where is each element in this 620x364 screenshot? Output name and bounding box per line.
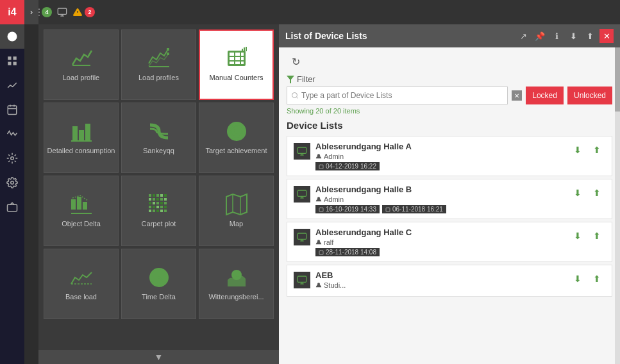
svg-rect-5 — [8, 106, 17, 115]
device-upload-icon-2[interactable]: ⬆ — [589, 228, 605, 244]
tile-sankeyqq[interactable]: Sankeyqq — [121, 103, 196, 173]
svg-rect-50 — [156, 194, 159, 197]
panel-close-button[interactable]: ✕ — [599, 29, 614, 43]
svg-rect-21 — [149, 66, 169, 67]
device-item-0[interactable]: Ableserundgang Halle A Admin 04-12-2019 … — [287, 136, 612, 176]
device-upload-icon-0[interactable]: ⬆ — [589, 142, 605, 158]
topbar-alert[interactable]: 2 — [72, 7, 95, 17]
svg-rect-48 — [149, 194, 151, 197]
date-badge-0-0: 04-12-2019 16:22 — [315, 162, 380, 170]
panel-scrollbar-thumb[interactable] — [615, 47, 620, 112]
search-box — [287, 87, 508, 104]
target-achievement-icon — [225, 120, 248, 143]
sidebar-item-3[interactable] — [0, 97, 24, 122]
tile-grid: Load profile Load profiles — [44, 29, 274, 319]
svg-rect-33 — [241, 62, 244, 64]
svg-rect-34 — [242, 49, 243, 51]
device-download-icon-1[interactable]: ⬇ — [569, 185, 586, 201]
svg-rect-61 — [160, 202, 163, 204]
panel-pin-icon[interactable]: 📌 — [533, 29, 547, 43]
svg-point-9 — [11, 157, 14, 160]
topbar-badge-3: 2 — [85, 7, 95, 17]
base-load-icon — [70, 266, 93, 289]
svg-point-0 — [8, 32, 17, 42]
tile-witterungsberei[interactable]: Witterungsberei... — [199, 249, 274, 319]
device-admin-3: Studi... — [315, 281, 564, 289]
device-upload-icon-3[interactable]: ⬆ — [589, 270, 605, 287]
svg-rect-63 — [149, 206, 151, 208]
svg-marker-73 — [226, 194, 247, 215]
panel-upload-icon[interactable]: ⬆ — [583, 29, 597, 43]
search-input[interactable] — [301, 91, 503, 100]
device-actions-3: ⬇ ⬆ — [569, 270, 605, 287]
scroll-down-button[interactable]: ▼ — [38, 350, 279, 364]
sidebar-item-7[interactable] — [0, 195, 24, 219]
device-name-2: Ableserundgang Halle C — [315, 228, 564, 237]
filter-row: Filter — [287, 74, 612, 84]
search-clear-button[interactable]: ✕ — [512, 90, 522, 101]
device-item-1[interactable]: Ableserundgang Halle B Admin 16-10-2019 … — [287, 179, 612, 219]
device-lists-title: Device Lists — [287, 120, 612, 131]
svg-rect-3 — [8, 62, 11, 65]
svg-rect-104 — [319, 251, 323, 254]
svg-rect-71 — [160, 210, 163, 212]
svg-rect-64 — [153, 206, 155, 208]
sidebar-item-5[interactable] — [0, 146, 24, 170]
svg-rect-60 — [156, 202, 159, 204]
tile-load-profiles[interactable]: Load profiles — [121, 29, 196, 100]
locked-button[interactable]: Locked — [526, 87, 564, 104]
device-name-0: Ableserundgang Halle A — [315, 142, 564, 151]
device-name-1: Ableserundgang Halle B — [315, 185, 564, 194]
tile-map[interactable]: Map — [199, 176, 274, 246]
svg-rect-39 — [85, 124, 90, 140]
app-logo[interactable]: i4 — [0, 0, 24, 24]
tile-time-delta[interactable]: Time Delta — [121, 249, 196, 319]
tile-target-achievement[interactable]: Target achievement — [199, 103, 274, 173]
sidebar-item-0[interactable] — [0, 24, 24, 49]
tile-base-load[interactable]: Base load — [44, 249, 119, 319]
device-upload-icon-1[interactable]: ⬆ — [589, 185, 605, 201]
tile-detailed-consumption[interactable]: Detailed consumption — [44, 103, 119, 173]
sidebar-item-6[interactable] — [0, 170, 24, 195]
device-download-icon-0[interactable]: ⬇ — [569, 142, 586, 158]
tile-label-detailed-consumption: Detailed consumption — [47, 147, 115, 155]
refresh-button[interactable]: ↻ — [287, 53, 305, 70]
witterungsberei-icon — [225, 266, 248, 289]
svg-rect-23 — [167, 53, 169, 55]
svg-point-81 — [292, 93, 297, 98]
svg-rect-97 — [386, 208, 390, 211]
device-download-icon-2[interactable]: ⬇ — [569, 228, 586, 244]
svg-rect-40 — [71, 140, 92, 142]
panel-header-icons: ↗ 📌 ℹ ⬇ ⬆ ✕ — [516, 29, 614, 43]
svg-rect-38 — [79, 130, 84, 140]
tile-load-profile[interactable]: Load profile — [44, 29, 119, 100]
svg-line-82 — [296, 97, 297, 98]
unlocked-button[interactable]: Unlocked — [567, 87, 612, 104]
device-actions-2: ⬇ ⬆ — [569, 228, 605, 244]
sidebar-item-1[interactable] — [0, 49, 24, 73]
panel-body: ↻ Filter ✕ Locked Unlocked Showing 20 of… — [279, 47, 620, 364]
topbar: 4 2 — [24, 0, 620, 24]
tile-label-target-achievement: Target achievement — [206, 147, 267, 155]
svg-rect-66 — [160, 206, 163, 208]
device-item-2[interactable]: Ableserundgang Halle C ralf 28-11-2018 1… — [287, 222, 612, 262]
device-download-icon-3[interactable]: ⬇ — [569, 270, 586, 287]
tile-carpet-plot[interactable]: Carpet plot — [121, 176, 196, 246]
topbar-monitor[interactable] — [57, 7, 67, 17]
panel-external-icon[interactable]: ↗ — [516, 29, 530, 43]
sidebar-item-4[interactable] — [0, 122, 24, 146]
panel-info-icon[interactable]: ℹ — [549, 29, 564, 43]
sidebar-item-2[interactable] — [0, 73, 24, 97]
tile-object-delta[interactable]: Object Delta — [44, 176, 119, 246]
svg-point-10 — [11, 181, 14, 185]
svg-rect-15 — [58, 8, 66, 14]
panel-download-icon[interactable]: ⬇ — [566, 29, 580, 43]
svg-rect-32 — [235, 62, 240, 64]
svg-rect-68 — [149, 210, 151, 212]
manual-counters-icon — [225, 47, 248, 70]
tile-manual-counters[interactable]: Manual Counters — [199, 29, 274, 100]
svg-rect-62 — [164, 202, 167, 204]
device-item-3[interactable]: AEB Studi... ⬇ ⬆ — [287, 265, 612, 297]
tile-label-base-load: Base load — [65, 293, 97, 301]
chevron-button[interactable]: › — [24, 0, 38, 24]
